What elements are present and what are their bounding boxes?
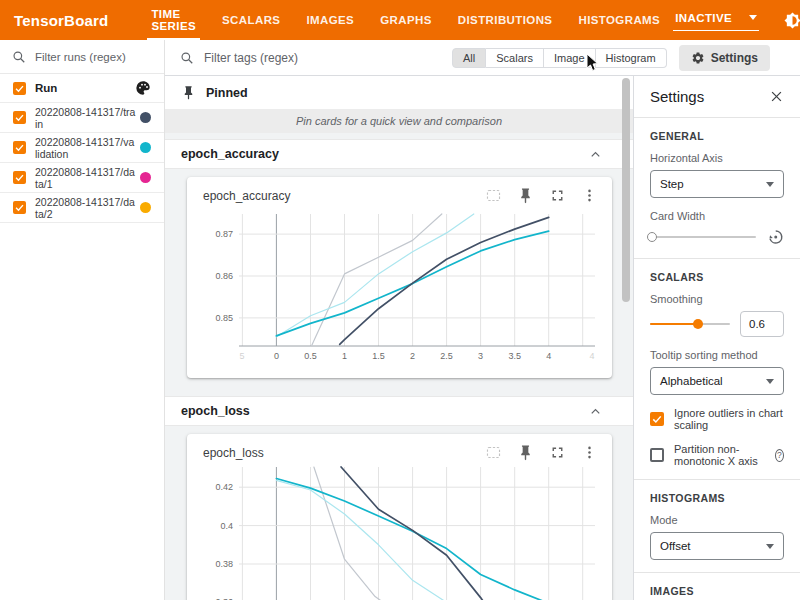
histogram-mode-label: Mode [650,514,784,526]
section-title: epoch_loss [181,404,588,418]
divider [634,258,800,259]
app-logo: TensorBoard [0,12,108,29]
x-tick-label: 4 [546,351,551,361]
brightness-icon[interactable] [784,12,800,29]
reset-icon[interactable] [766,228,784,246]
settings-button[interactable]: Settings [679,45,770,71]
tab-distributions[interactable]: DISTRIBUTIONS [445,0,566,40]
x-tick-label: 1.5 [372,351,385,361]
topbar-right-cluster: INACTIVE ? [673,10,800,31]
tooltip-sort-select[interactable]: Alphabetical [650,367,784,395]
epoch-accuracy-chart[interactable]: 0.850.860.8700.511.522.533.5454 [195,208,604,372]
top-bar: TensorBoard TIME SERIESSCALARSIMAGESGRAP… [0,0,800,40]
general-heading: GENERAL [650,130,784,142]
section-body-epoch-loss: epoch_loss 0.360.380.40.42 [165,426,633,600]
pinned-section-header: Pinned [165,76,633,109]
search-icon [12,50,26,64]
runs-filter-placeholder: Filter runs (regex) [35,51,126,63]
select-all-runs-checkbox[interactable] [13,82,26,95]
filter-button-scalars[interactable]: Scalars [486,48,544,68]
run-checkbox[interactable] [13,141,26,154]
x-tick-label-faded: 5 [239,351,244,361]
pin-icon[interactable] [517,187,534,204]
chart-container: 0.850.860.8700.511.522.533.5454 [187,206,612,378]
run-color-dot[interactable] [140,112,151,123]
run-name: 20220808-141317/data/2 [35,196,136,220]
pin-icon[interactable] [517,444,534,461]
section-title: epoch_accuracy [181,147,588,161]
filter-button-histogram[interactable]: Histogram [596,48,667,68]
run-color-dot[interactable] [140,202,151,213]
x-tick-label: 0 [274,351,279,361]
horizontal-axis-select[interactable]: Step [650,170,784,198]
run-checkbox[interactable] [13,201,26,214]
smoothing-slider[interactable] [650,318,730,330]
divider [634,572,800,573]
tab-histograms[interactable]: HISTOGRAMS [565,0,673,40]
ignore-outliers-checkbox[interactable] [650,412,664,426]
status-label: INACTIVE [675,12,732,24]
card-width-slider[interactable] [650,231,756,243]
more-vert-icon[interactable] [581,187,598,204]
run-row-20220808-141317-train: 20220808-141317/train [0,103,164,133]
run-checkbox[interactable] [13,111,26,124]
fit-to-data-icon[interactable] [485,444,502,461]
section-header-epoch-accuracy[interactable]: epoch_accuracy [165,139,633,169]
run-color-dot[interactable] [140,172,151,183]
scalars-heading: SCALARS [650,271,784,283]
runs-sidebar: Filter runs (regex) Run 20220808-141317/… [0,40,165,600]
histograms-heading: HISTOGRAMS [650,492,784,504]
partition-x-axis-checkbox[interactable] [650,448,664,462]
ignore-outliers-row[interactable]: Ignore outliers in chart scaling [650,407,784,431]
y-tick-label: 0.86 [215,271,233,281]
card-actions [470,444,598,461]
tab-time-series[interactable]: TIME SERIES [138,0,209,40]
pinned-title: Pinned [206,86,248,100]
vertical-scrollbar[interactable] [622,78,630,302]
chevron-down-icon [749,15,757,20]
filter-button-all[interactable]: All [452,48,486,68]
card-header: epoch_accuracy [187,177,612,206]
x-tick-label: 0.5 [304,351,317,361]
partition-x-axis-row[interactable]: Partition non-monotonic X axis? [650,443,784,467]
pin-icon [181,85,196,100]
tooltip-sort-label: Tooltip sorting method [650,349,784,361]
tag-filter-input[interactable]: Filter tags (regex) [165,51,452,65]
smoothing-label: Smoothing [650,293,784,305]
fullscreen-icon[interactable] [549,444,566,461]
settings-button-label: Settings [711,51,758,65]
tab-scalars[interactable]: SCALARS [209,0,293,40]
tab-images[interactable]: IMAGES [293,0,367,40]
card-actions [470,187,598,204]
tensorboard-app: TensorBoard TIME SERIESSCALARSIMAGESGRAP… [0,0,800,600]
section-header-epoch-loss[interactable]: epoch_loss [165,396,633,426]
tab-graphs[interactable]: GRAPHS [367,0,445,40]
status-dropdown[interactable]: INACTIVE [673,10,759,31]
section-body-epoch-accuracy: epoch_accuracy 0.850.860.8700.511.522.53… [165,169,633,390]
cards-scroll-area: Pinned Pin cards for a quick view and co… [165,76,633,600]
card-width-label: Card Width [650,210,784,222]
y-tick-label: 0.38 [215,559,233,569]
y-tick-label: 0.87 [215,229,233,239]
run-checkbox[interactable] [13,171,26,184]
scalar-card-epoch-loss: epoch_loss 0.360.380.40.42 [187,434,612,600]
x-tick-label: 3 [478,351,483,361]
runs-filter-input[interactable]: Filter runs (regex) [0,40,164,74]
close-icon[interactable] [769,89,784,104]
y-tick-label: 0.4 [220,521,233,531]
smoothing-value-input[interactable]: 0.6 [740,311,784,337]
histogram-mode-select[interactable]: Offset [650,532,784,560]
more-vert-icon[interactable] [581,444,598,461]
filter-button-image[interactable]: Image [544,48,596,68]
y-tick-label: 0.42 [215,482,233,492]
epoch-loss-chart[interactable]: 0.360.380.40.42 [195,465,604,600]
pinned-empty-hint: Pin cards for a quick view and compariso… [165,109,633,133]
run-color-dot[interactable] [140,142,151,153]
palette-icon[interactable] [135,80,151,96]
help-icon[interactable]: ? [775,449,784,462]
card-title: epoch_accuracy [203,189,470,203]
x-tick-label: 3.5 [508,351,521,361]
fullscreen-icon[interactable] [549,187,566,204]
fit-to-data-icon[interactable] [485,187,502,204]
horizontal-axis-label: Horizontal Axis [650,152,784,164]
